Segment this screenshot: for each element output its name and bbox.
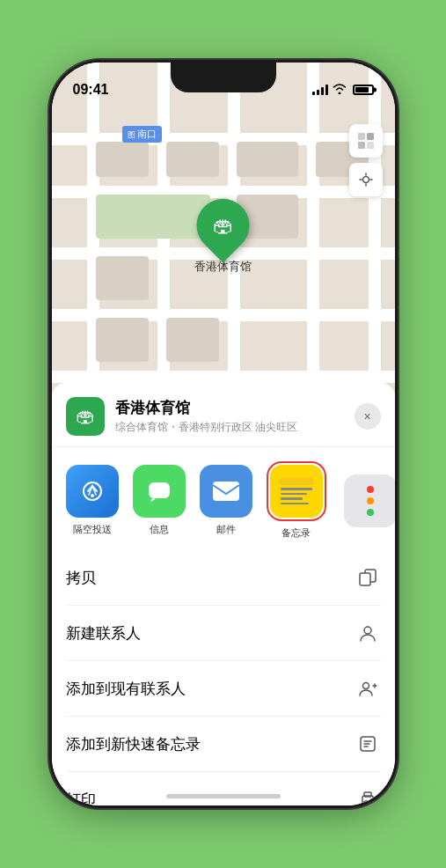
map-controls — [349, 124, 383, 202]
svg-point-11 — [364, 627, 371, 634]
location-pin: 🏟 香港体育馆 — [194, 199, 252, 275]
share-notes[interactable]: 备忘录 — [267, 461, 326, 540]
phone-frame: 09:41 — [52, 63, 395, 805]
map-label: 图南口 — [122, 126, 162, 143]
share-mail[interactable]: 邮件 — [200, 465, 252, 536]
venue-name: 香港体育馆 — [115, 398, 355, 418]
share-row: 隔空投送 信息 邮件 — [52, 447, 395, 550]
notes-icon — [270, 465, 323, 518]
more-icon — [344, 474, 395, 527]
pin-circle: 🏟 — [186, 188, 260, 263]
share-airdrop[interactable]: 隔空投送 — [66, 465, 119, 536]
quick-note-icon — [355, 731, 381, 757]
venue-description: 综合体育馆・香港特别行政区 油尖旺区 — [115, 420, 355, 435]
location-button[interactable] — [349, 163, 383, 196]
map-type-button[interactable] — [349, 124, 383, 158]
bottom-sheet: 🏟 香港体育馆 综合体育馆・香港特别行政区 油尖旺区 × 隔空投送 — [52, 383, 395, 805]
messages-label: 信息 — [150, 523, 169, 536]
signal-icon — [312, 85, 328, 95]
quick-note-label: 添加到新快速备忘录 — [66, 734, 201, 754]
add-existing-contact-label: 添加到现有联系人 — [66, 679, 186, 699]
svg-rect-7 — [149, 482, 170, 498]
svg-rect-10 — [360, 573, 370, 585]
svg-rect-0 — [358, 133, 365, 140]
svg-point-4 — [362, 177, 369, 183]
close-button[interactable]: × — [355, 403, 381, 430]
print-label: 打印 — [66, 790, 96, 806]
wifi-icon — [333, 84, 347, 97]
svg-rect-8 — [213, 482, 239, 501]
airdrop-icon — [66, 465, 119, 518]
pin-icon: 🏟 — [213, 213, 234, 238]
mail-label: 邮件 — [216, 523, 236, 536]
home-indicator — [166, 794, 281, 798]
share-more[interactable] — [344, 474, 395, 527]
print-icon — [355, 786, 381, 805]
action-print[interactable]: 打印 — [66, 772, 381, 805]
venue-icon: 🏟 — [66, 397, 105, 436]
add-contact-icon — [355, 675, 381, 702]
svg-rect-2 — [358, 142, 365, 149]
action-list: 拷贝 新建联系人 添 — [52, 550, 395, 805]
status-time: 09:41 — [73, 82, 109, 98]
svg-rect-16 — [364, 801, 371, 805]
airdrop-label: 隔空投送 — [73, 523, 112, 536]
share-messages[interactable]: 信息 — [133, 465, 186, 536]
action-quick-note[interactable]: 添加到新快速备忘录 — [66, 717, 381, 772]
battery-icon — [353, 85, 374, 95]
messages-icon — [133, 465, 186, 518]
venue-info: 香港体育馆 综合体育馆・香港特别行政区 油尖旺区 — [115, 398, 355, 435]
copy-label: 拷贝 — [66, 568, 96, 588]
sheet-header: 🏟 香港体育馆 综合体育馆・香港特别行政区 油尖旺区 × — [52, 383, 395, 447]
svg-rect-1 — [367, 133, 374, 140]
svg-point-12 — [362, 683, 369, 689]
action-copy[interactable]: 拷贝 — [66, 550, 381, 606]
notch — [171, 63, 276, 92]
action-add-existing-contact[interactable]: 添加到现有联系人 — [66, 661, 381, 717]
new-contact-icon — [355, 620, 381, 646]
svg-rect-3 — [367, 142, 374, 149]
notes-label: 备忘录 — [281, 526, 311, 540]
copy-icon — [355, 564, 381, 591]
new-contact-label: 新建联系人 — [66, 623, 141, 644]
svg-point-6 — [91, 494, 94, 497]
mail-icon — [200, 465, 252, 518]
svg-rect-15 — [364, 792, 371, 797]
svg-point-17 — [370, 798, 372, 800]
status-icons — [312, 84, 374, 97]
action-new-contact[interactable]: 新建联系人 — [66, 606, 381, 661]
